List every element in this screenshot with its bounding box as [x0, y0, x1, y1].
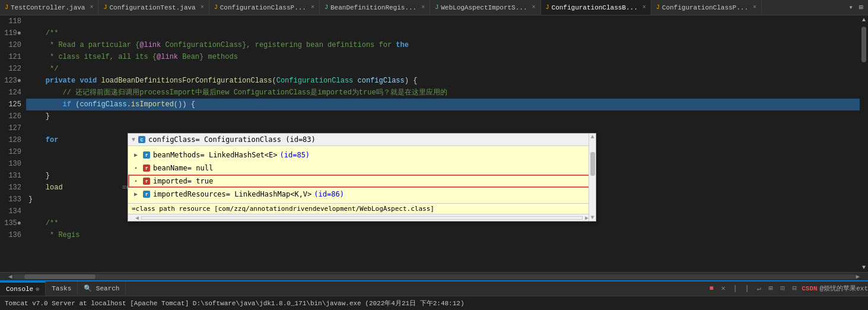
code-line-127 — [26, 122, 860, 134]
line-num-122: 122 — [2, 63, 21, 75]
expand-icon[interactable]: ▶ — [132, 151, 140, 159]
tab-close-btn[interactable]: × — [643, 4, 646, 11]
field-key: beanName= null — [153, 164, 213, 172]
debug-popup: ▼ C configClass= ConfigurationClass (id=… — [128, 133, 596, 222]
blank-icon5[interactable]: ⊟ — [790, 284, 799, 293]
blank-icon1[interactable]: | — [730, 284, 740, 293]
console-badge: ⊗ — [36, 286, 39, 293]
code-line-119: /** — [26, 27, 860, 39]
line-num-124: 124 — [2, 87, 21, 99]
tab-beandefinitionregis[interactable]: J BeanDefinitionRegis... × — [320, 0, 430, 15]
editor-area: 118 119● 120 121 122 123● 124 125 126 12… — [0, 15, 868, 272]
tab-label: BeanDefinitionRegis... — [330, 4, 416, 11]
h-scroll-left-btn[interactable]: ◀ — [8, 273, 12, 280]
scroll-up-btn[interactable]: ▲ — [861, 15, 867, 24]
tab-close-btn[interactable]: × — [201, 4, 204, 11]
popup-row-imported[interactable]: ▪ f imported= true — [128, 175, 596, 188]
java-file-icon: J — [656, 4, 660, 11]
line-num-135: 135● — [2, 217, 21, 229]
tab-label: ConfigurationClassP... — [662, 4, 748, 11]
blank-icon4[interactable]: ⊡ — [778, 284, 787, 293]
line-num-127: 127 — [2, 122, 21, 134]
code-line-121: * class itself, all its {@link Bean} met… — [26, 51, 860, 63]
tab-configclassb-active[interactable]: J ConfigurationClassB... × — [541, 0, 651, 15]
h-scroll-thumb[interactable] — [24, 274, 96, 279]
bottom-scrollbar[interactable]: ◀ ▶ — [0, 272, 868, 280]
line-num-119: 119● — [2, 27, 21, 39]
tab-close-btn[interactable]: × — [90, 4, 93, 11]
tab-layout-btn[interactable]: ⊞ — [857, 2, 866, 13]
java-file-icon: J — [5, 4, 8, 11]
field-key: beanMethods= LinkedHashSet<E> — [153, 151, 278, 159]
console-output-text: Tomcat v7.0 Server at localhost [Apache … — [5, 299, 465, 308]
line-num-136: 136 — [2, 229, 21, 241]
scroll-left-btn[interactable]: ◀ — [135, 214, 139, 222]
tab-testcontroller[interactable]: J TestController.java × — [0, 0, 98, 15]
popup-h-scroll[interactable]: ◀ ▶ — [128, 214, 596, 221]
scroll-thumb[interactable] — [861, 27, 866, 62]
stop-icon[interactable]: ■ — [707, 284, 716, 293]
popup-scroll-down-btn[interactable]: ▼ — [590, 214, 594, 221]
code-line-125: if (configClass.isImported()) { — [26, 99, 860, 110]
h-scroll-track[interactable] — [141, 216, 583, 220]
h-scroll-right-btn[interactable]: ▶ — [856, 273, 860, 280]
java-file-icon: J — [435, 4, 438, 11]
tab-console[interactable]: Console ⊗ — [0, 281, 46, 296]
line-num-128: 128 — [2, 134, 21, 146]
line-num-129: 129 — [2, 146, 21, 158]
field-val: (id=86) — [314, 190, 344, 198]
popup-v-scrollbar[interactable]: ▲ ▼ — [589, 134, 596, 221]
line-num-121: 121 — [2, 51, 21, 63]
line-num-133: 133 — [2, 194, 21, 205]
code-line-126: } — [26, 110, 860, 122]
h-scroll-track[interactable] — [12, 274, 856, 279]
bottom-status-bar: Tomcat v7.0 Server at localhost [Apache … — [0, 296, 868, 310]
line-numbers: 118 119● 120 121 122 123● 124 125 126 12… — [0, 15, 26, 272]
expand-icon[interactable]: ▪ — [132, 178, 140, 185]
tab-configclassp1[interactable]: J ConfigurationClassP... × — [209, 0, 320, 15]
tab-close-btn[interactable]: × — [311, 4, 314, 11]
java-file-icon: J — [103, 4, 107, 11]
tab-close-btn[interactable]: × — [421, 4, 425, 11]
tab-label: ConfigurationClassB... — [552, 4, 638, 11]
tab-overflow-btn[interactable]: ▾ — [847, 2, 856, 13]
csdn-logo: CSDN — [802, 285, 817, 292]
field-icon: f — [142, 190, 151, 198]
tab-label: ConfigurationClassP... — [220, 4, 306, 11]
vertical-scrollbar[interactable]: ▲ ▼ — [860, 15, 868, 272]
user-info: @烦忧的苹果ext — [820, 284, 868, 293]
popup-row-beanname[interactable]: ▪ f beanName= null — [128, 162, 596, 175]
tab-configurationtest[interactable]: J ConfigurationTest.java × — [98, 0, 209, 15]
tab-close-btn[interactable]: × — [753, 4, 756, 11]
java-file-icon: J — [214, 4, 218, 11]
bottom-tabs: Console ⊗ Tasks 🔍 Search ■ ✕ | | ↵ ⊞ ⊡ ⊟… — [0, 281, 868, 296]
tab-bar-end: ▾ ⊞ — [847, 2, 868, 13]
line-num-131: 131 — [2, 170, 21, 182]
code-line-120: * Read a particular {@link Configuration… — [26, 39, 860, 51]
tab-close-btn[interactable]: × — [532, 4, 536, 11]
code-line-123: private void loadBeanDefinitionsForConfi… — [26, 75, 860, 87]
popup-row-importedresources[interactable]: ▶ f importedResources= LinkedHashMap<K,V… — [128, 188, 596, 201]
code-line-136: * Regis — [26, 229, 860, 241]
collapse-icon[interactable]: ▼ — [132, 137, 135, 143]
tab-label: TestController.java — [11, 4, 85, 11]
expand-icon[interactable]: ▪ — [132, 165, 140, 172]
field-key: imported= true — [153, 177, 213, 185]
tab-search[interactable]: 🔍 Search — [78, 281, 126, 296]
tab-tasks[interactable]: Tasks — [46, 281, 78, 296]
popup-row-beanmethods[interactable]: ▶ f beanMethods= LinkedHashSet<E> (id=85… — [128, 148, 596, 162]
popup-scroll-up-btn[interactable]: ▲ — [590, 134, 594, 140]
line-num-126: 126 — [2, 110, 21, 122]
close-x-icon[interactable]: ✕ — [718, 284, 728, 293]
blank-icon2[interactable]: | — [742, 284, 752, 293]
scroll-down-btn[interactable]: ▼ — [861, 263, 867, 272]
blank-icon3[interactable]: ⊞ — [766, 284, 775, 293]
popup-scroll-thumb[interactable] — [590, 152, 595, 176]
line-num-118: 118 — [2, 15, 21, 27]
java-file-icon: J — [546, 4, 549, 11]
wrap-icon[interactable]: ↵ — [754, 284, 764, 293]
line-num-130: 130 — [2, 158, 21, 170]
tab-configclassp2[interactable]: J ConfigurationClassP... × — [651, 0, 762, 15]
expand-icon[interactable]: ▶ — [132, 191, 140, 198]
tab-weblogaspect[interactable]: J WebLogAspectImportS... × — [430, 0, 540, 15]
